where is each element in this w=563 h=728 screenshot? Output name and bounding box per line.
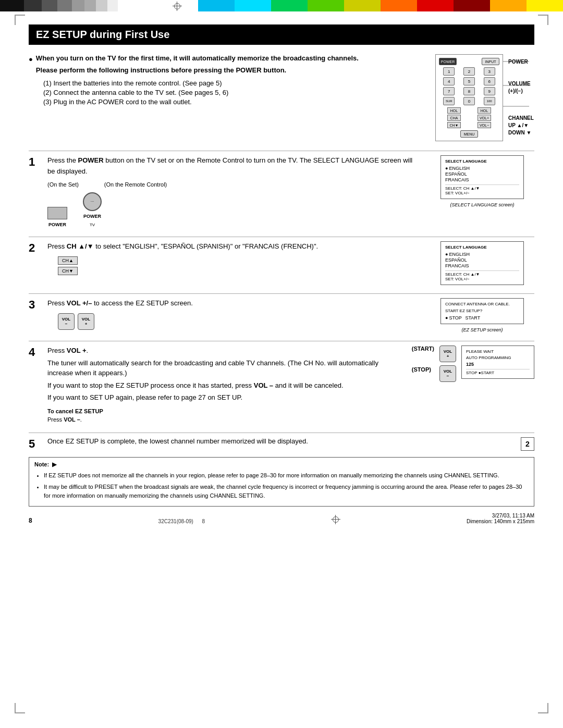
color-block-9 [118, 0, 128, 11]
remote-special-row: SUR 0 100 [439, 97, 499, 105]
top-color-bar [0, 0, 563, 11]
color-block-3 [42, 0, 57, 11]
intro-step-2: (2) Connect the antenna cable to the TV … [43, 89, 425, 96]
btn-3: 3 [484, 67, 495, 76]
step4-screen-line2: AUTO PROGRAMMING [466, 355, 530, 360]
bullet2-line1: Please perform the following instruction… [36, 66, 286, 74]
step1-content: Press the POWER button on the TV set or … [47, 155, 422, 228]
step1-number: 1 [29, 155, 39, 169]
step5-image: 2 [472, 437, 534, 451]
intro-step-1: (1) Insert the batteries into the remote… [43, 79, 425, 87]
step3-content: Press VOL +/– to access the EZ SETUP scr… [47, 298, 422, 330]
step4-aside: (START) (STOP) VOL + VOL − PLEASE WAIT A… [412, 346, 534, 382]
note-bullets: If EZ SETUP does not memorize all the ch… [44, 471, 529, 500]
btn-surround: SUR [443, 97, 455, 105]
power-top-button: POWER [439, 58, 457, 65]
bullet-text-2: Please perform the following instruction… [36, 66, 286, 75]
step3-screen-caption: (EZ SETUP screen) [461, 327, 503, 332]
intro-text: ● When you turn on the TV for the first … [29, 54, 425, 141]
step5-number: 5 [29, 437, 39, 451]
remote-num-row2: 4 5 6 [439, 77, 499, 85]
step3-text: Press VOL +/– to access the EZ SETUP scr… [47, 298, 422, 309]
step1-screen-caption: (SELECT LANGUAGE screen) [450, 202, 514, 207]
step2-opt-english: ENGLISH [445, 252, 519, 257]
power-remote-label: POWER [83, 213, 101, 220]
btn-5: 5 [463, 77, 475, 85]
step3-image: CONNECT ANTENNA OR CABLE. START EZ SETUP… [430, 298, 534, 332]
bullet2-line1-bold: Please perform the following instruction… [36, 66, 286, 74]
color-block-5 [72, 0, 84, 11]
corner-br [538, 703, 548, 713]
step1-note: (On the Set) (On the Remote Control) [47, 180, 422, 190]
step3-screen: CONNECT ANTENNA OR CABLE. START EZ SETUP… [440, 298, 524, 324]
power-circle-remote: ··· [83, 192, 102, 211]
step4-number: 4 [29, 346, 39, 359]
step2-opt-espanol: ESPAÑOL [445, 257, 519, 263]
intro-step-3: (3) Plug in the AC POWER cord to the wal… [43, 98, 425, 106]
color-block-orange [381, 0, 417, 11]
footer-page: 8 [202, 519, 205, 524]
color-block-lt-green [308, 0, 344, 11]
step3-screen-line2: START EZ SETUP? [445, 309, 519, 313]
step3-vol-buttons: VOL − VOL + [58, 313, 422, 330]
step4-section: 4 Press VOL +. The tuner will automatica… [29, 346, 534, 424]
step4-screen: PLEASE WAIT AUTO PROGRAMMING 125 STOP ●S… [461, 346, 534, 379]
vol-plus-btn-main: VOL+ [478, 115, 491, 121]
step3-start-opt: START [465, 315, 480, 320]
remote-top-row: POWER INPUT [439, 58, 499, 65]
color-block-gold [490, 0, 527, 11]
step2-opt-francais: FRANCAIS [445, 263, 519, 268]
menu-row: MENU [439, 130, 499, 138]
step4-para1: The tuner will automatically search for … [47, 358, 403, 378]
footer-code: 32C231(08-09) 8 [158, 519, 205, 524]
color-block-green [271, 0, 308, 11]
step1-note-set: (On the Set) [47, 181, 79, 188]
remote-num-row1: 1 2 3 [439, 67, 499, 76]
step4-vol-minus: VOL − [439, 365, 456, 382]
step4-para3: If you want to SET UP again, please refe… [47, 392, 403, 403]
main-content: EZ SETUP during First Use ● When you tur… [29, 17, 534, 507]
divider-2 [29, 237, 534, 237]
bullet1-bold: When you turn on the TV for the first ti… [36, 54, 359, 62]
vol-plus-btn: VOL + [78, 313, 94, 330]
bullet-text-1: When you turn on the TV for the first ti… [36, 54, 359, 63]
step1-screen: SELECT LANGUAGE ENGLISH ESPAÑOL FRANCAIS… [440, 155, 524, 199]
btn-100: 100 [484, 97, 495, 105]
remote-panel: POWER INPUT 1 2 3 4 5 6 7 8 9 [435, 54, 503, 141]
note-arrow: ▶ [52, 461, 57, 468]
bullet-item-1: ● When you turn on the TV for the first … [29, 54, 425, 63]
numbered-steps: (1) Insert the batteries into the remote… [36, 79, 425, 106]
step1-screen-footer: SELECT: CH ▲/▼SET: VOL+/− [445, 184, 519, 195]
step1-opt-english: ENGLISH [445, 166, 519, 171]
step4-vol-plus: VOL + [439, 346, 456, 362]
color-block-2 [24, 0, 42, 11]
stop-label: (STOP) [412, 366, 431, 373]
btn-2: 2 [463, 67, 475, 76]
step4-cancel-text: Press VOL –. [47, 415, 403, 424]
menu-button: MENU [460, 130, 478, 138]
step2-text: Press CH ▲/▼ to select "ENGLISH", "ESPAÑ… [47, 241, 422, 252]
footer-page-number: 8 [29, 517, 32, 524]
step4-buttons-area: (START) (STOP) VOL + VOL − PLEASE WAIT A… [412, 346, 534, 382]
color-block-lt-cyan [235, 0, 271, 11]
chv-btn: CH▼ [447, 122, 461, 128]
btn-4: 4 [443, 77, 455, 85]
divider-5 [29, 433, 534, 433]
power-rect-set [47, 207, 67, 219]
step4-vol-buttons: VOL + VOL − [439, 346, 456, 382]
ch-up-button: CH▲ [58, 256, 78, 265]
corner-tl [15, 15, 25, 25]
set-power-drawing: POWER [47, 207, 67, 228]
step3-number: 3 [29, 298, 39, 312]
start-label: (START) [412, 346, 434, 352]
top-bar-left-blacks [0, 0, 156, 11]
divider-4 [29, 341, 534, 341]
step4-press: Press VOL +. [47, 346, 403, 356]
footer-right: 3/27/03, 11:13 AM Dimension: 140mm x 215… [467, 513, 534, 524]
btn-7: 7 [443, 87, 455, 95]
step1-opt-espanol: ESPAÑOL [445, 171, 519, 177]
bullet-item-2: ● Please perform the following instructi… [29, 66, 425, 75]
color-block-8 [107, 0, 118, 11]
btn-0: 0 [463, 97, 475, 105]
divider-1 [29, 151, 534, 151]
